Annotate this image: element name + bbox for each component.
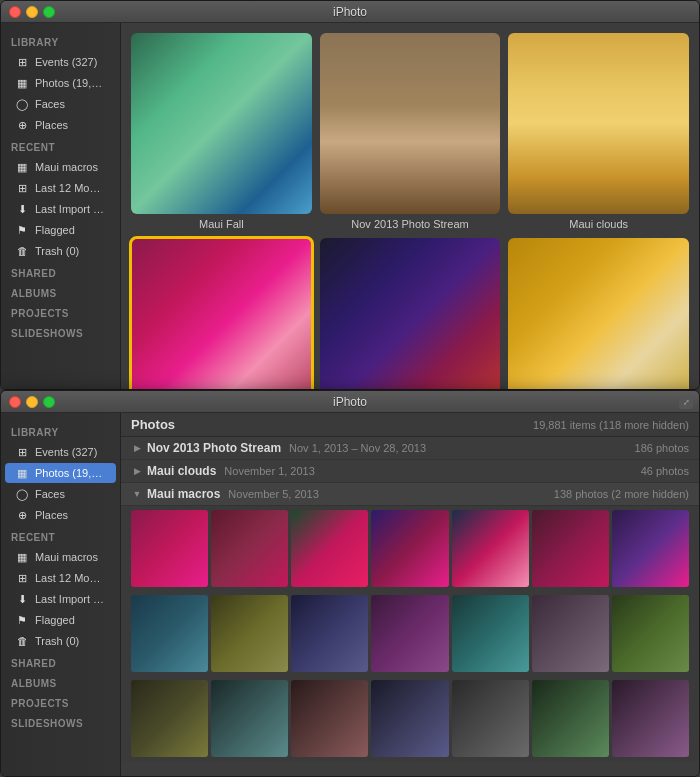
photo-thumb-2-1[interactable] [131, 595, 208, 672]
top-sidebar-projects-label: PROJECTS [1, 302, 120, 322]
bottom-main-content: Photos 19,881 items (118 more hidden) ▶ … [121, 413, 699, 776]
top-sidebar-item-photos[interactable]: ▦ Photos (19,881) [5, 73, 116, 93]
photo-thumb-3-3[interactable] [291, 680, 368, 757]
top-sidebar-photos-label: Photos (19,881) [35, 77, 106, 89]
bottom-sidebar-item-trash[interactable]: 🗑 Trash (0) [5, 631, 116, 651]
bottom-sidebar-item-lastimport[interactable]: ⬇ Last Import (4) [5, 589, 116, 609]
trash-icon-b: 🗑 [15, 634, 29, 648]
album-date-maui-macros: November 5, 2013 [228, 488, 319, 500]
photo-thumb-3-4[interactable] [371, 680, 448, 757]
bottom-sidebar-item-places[interactable]: ⊕ Places [5, 505, 116, 525]
photo-thumb-1-7[interactable] [612, 510, 689, 587]
album-date-nov-stream: Nov 1, 2013 – Nov 28, 2013 [289, 442, 426, 454]
cell-nov-stream[interactable]: Nov 2013 Photo Stream [320, 33, 501, 230]
bottom-sidebar: LIBRARY ⊞ Events (327) ▦ Photos (19,881)… [1, 413, 121, 776]
thumb-maui-fall [131, 33, 312, 214]
photo-icon: ▦ [15, 76, 29, 90]
top-sidebar-item-lastimport[interactable]: ⬇ Last Import (4) [5, 199, 116, 219]
triangle-maui-clouds: ▶ [131, 465, 143, 477]
thumb-row-1 [121, 506, 699, 591]
album-date-maui-clouds: November 1, 2013 [224, 465, 315, 477]
top-main-content: Maui Fall Nov 2013 Photo Stream Maui clo… [121, 23, 699, 389]
top-photo-grid: Maui Fall Nov 2013 Photo Stream Maui clo… [121, 23, 699, 389]
calendar-icon: ⊞ [15, 55, 29, 69]
bottom-sidebar-slideshows-label: SLIDESHOWS [1, 712, 120, 732]
photo-thumb-1-2[interactable] [211, 510, 288, 587]
bottom-minimize-button[interactable] [26, 396, 38, 408]
expand-button[interactable]: ⤢ [679, 395, 693, 409]
bottom-window-body: LIBRARY ⊞ Events (327) ▦ Photos (19,881)… [1, 413, 699, 776]
bottom-sidebar-item-faces[interactable]: ◯ Faces [5, 484, 116, 504]
top-sidebar-item-faces[interactable]: ◯ Faces [5, 94, 116, 114]
bottom-traffic-lights [9, 396, 55, 408]
photo-thumb-2-7[interactable] [612, 595, 689, 672]
cell-texas[interactable]: Texas Holiday [508, 238, 689, 389]
thumb-texas [508, 238, 689, 389]
top-zoom-button[interactable] [43, 6, 55, 18]
album-count-maui-clouds: 46 photos [641, 465, 689, 477]
photo-thumb-2-2[interactable] [211, 595, 288, 672]
bottom-sidebar-trash-label: Trash (0) [35, 635, 79, 647]
bottom-sidebar-projects-label: PROJECTS [1, 692, 120, 712]
bottom-sidebar-item-flagged[interactable]: ⚑ Flagged [5, 610, 116, 630]
photo-thumb-2-5[interactable] [452, 595, 529, 672]
bottom-sidebar-item-events[interactable]: ⊞ Events (327) [5, 442, 116, 462]
bottom-sidebar-events-label: Events (327) [35, 446, 97, 458]
photo-thumb-3-6[interactable] [532, 680, 609, 757]
label-maui-fall: Maui Fall [131, 218, 312, 230]
bottom-zoom-button[interactable] [43, 396, 55, 408]
photo-thumb-1-6[interactable] [532, 510, 609, 587]
photo-thumb-3-1[interactable] [131, 680, 208, 757]
photo-thumb-1-1[interactable] [131, 510, 208, 587]
bottom-sidebar-photos-label: Photos (19,881) [35, 467, 106, 479]
bottom-sidebar-item-maui-macros[interactable]: ▦ Maui macros [5, 547, 116, 567]
cell-maui-fall[interactable]: Maui Fall [131, 33, 312, 230]
cell-dec-stream[interactable]: Dec 2013 Photo Stream [320, 238, 501, 389]
cell-maui-clouds[interactable]: Maui clouds [508, 33, 689, 230]
photo-thumb-1-3[interactable] [291, 510, 368, 587]
thumb-row-3 [121, 676, 699, 761]
top-title-bar: iPhoto [1, 1, 699, 23]
album-row-maui-macros[interactable]: ▼ Maui macros November 5, 2013 138 photo… [121, 483, 699, 506]
import-icon-b: ⬇ [15, 592, 29, 606]
top-sidebar-trash-label: Trash (0) [35, 245, 79, 257]
photo-thumb-2-6[interactable] [532, 595, 609, 672]
cell-maui-macros[interactable]: Maui macros Nov 5, 2013 138 [131, 238, 312, 389]
photo-thumb-3-7[interactable] [612, 680, 689, 757]
thumb-row-2 [121, 591, 699, 676]
bottom-sidebar-library-label: LIBRARY [1, 421, 120, 441]
photo-thumb-2-4[interactable] [371, 595, 448, 672]
places-icon-b: ⊕ [15, 508, 29, 522]
photo-thumb-3-2[interactable] [211, 680, 288, 757]
content-title: Photos [131, 417, 175, 432]
bottom-close-button[interactable] [9, 396, 21, 408]
triangle-maui-macros: ▼ [131, 488, 143, 500]
bottom-sidebar-item-last12[interactable]: ⊞ Last 12 Months [5, 568, 116, 588]
flag-icon-b: ⚑ [15, 613, 29, 627]
bottom-sidebar-recent-label: RECENT [1, 526, 120, 546]
photo-thumb-3-5[interactable] [452, 680, 529, 757]
top-sidebar-item-trash[interactable]: 🗑 Trash (0) [5, 241, 116, 261]
top-sidebar-albums-label: ALBUMS [1, 282, 120, 302]
top-sidebar-item-events[interactable]: ⊞ Events (327) [5, 52, 116, 72]
photo-thumb-1-4[interactable] [371, 510, 448, 587]
album-row-nov-stream[interactable]: ▶ Nov 2013 Photo Stream Nov 1, 2013 – No… [121, 437, 699, 460]
top-window-title: iPhoto [333, 5, 367, 19]
top-sidebar-item-flagged[interactable]: ⚑ Flagged [5, 220, 116, 240]
top-sidebar-item-maui-macros[interactable]: ▦ Maui macros [5, 157, 116, 177]
photo-thumb-2-3[interactable] [291, 595, 368, 672]
album-name-nov-stream: Nov 2013 Photo Stream [147, 441, 281, 455]
album-row-maui-clouds[interactable]: ▶ Maui clouds November 1, 2013 46 photos [121, 460, 699, 483]
album-count-nov-stream: 186 photos [635, 442, 689, 454]
content-header: Photos 19,881 items (118 more hidden) [121, 413, 699, 437]
photo-icon-2: ▦ [15, 160, 29, 174]
bottom-sidebar-item-photos[interactable]: ▦ Photos (19,881) [5, 463, 116, 483]
triangle-nov-stream: ▶ [131, 442, 143, 454]
bottom-sidebar-last12-label: Last 12 Months [35, 572, 106, 584]
top-sidebar-item-last12[interactable]: ⊞ Last 12 Months [5, 178, 116, 198]
top-sidebar-item-places[interactable]: ⊕ Places [5, 115, 116, 135]
top-close-button[interactable] [9, 6, 21, 18]
top-minimize-button[interactable] [26, 6, 38, 18]
top-window: iPhoto LIBRARY ⊞ Events (327) ▦ Photos (… [0, 0, 700, 390]
photo-thumb-1-5[interactable] [452, 510, 529, 587]
